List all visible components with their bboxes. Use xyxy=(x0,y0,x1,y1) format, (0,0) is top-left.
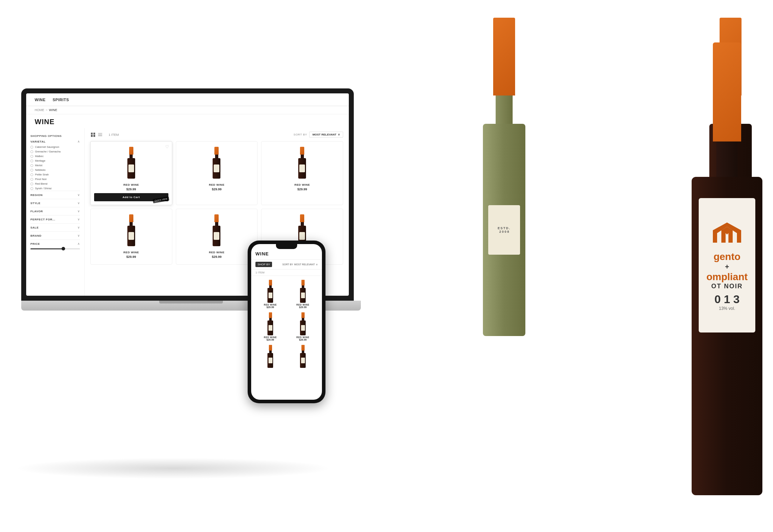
radio-grenache[interactable] xyxy=(30,150,33,153)
option-merlot[interactable]: Merlot xyxy=(30,163,80,168)
radio-petite-sirah[interactable] xyxy=(30,173,33,176)
mini-body-1 xyxy=(127,158,135,179)
mini-label-5 xyxy=(214,232,219,240)
breadcrumb-current: WINE xyxy=(49,108,57,112)
year-label-left: 2 0 0 8 xyxy=(499,230,509,233)
bottle-body-front: gento + ompliant OT NOIR 0 1 3 13% vol. xyxy=(692,177,762,495)
phone-mini-label-4 xyxy=(301,325,305,331)
label-red-blend: Red Blend xyxy=(35,182,47,185)
option-cabernet[interactable]: Cabernet Sauvignon xyxy=(30,145,80,149)
grid-view-button[interactable] xyxy=(90,132,96,138)
filter-brand[interactable]: BRAND ∨ xyxy=(30,231,80,239)
phone-sort-value: MOST RELEVANT xyxy=(294,263,315,266)
radio-meritage[interactable] xyxy=(30,160,33,162)
phone-product-price-3: $29.99 xyxy=(255,339,285,341)
filter-perfect-for[interactable]: PERFECT FOR... ∨ xyxy=(30,215,80,223)
item-count: 1 ITEM xyxy=(109,133,119,137)
phone-product-img-3 xyxy=(255,311,285,336)
bottle-vintage: 0 1 3 xyxy=(714,293,739,306)
phone-product-grid: RED WINE $29.99 RED WINE $2 xyxy=(251,276,322,344)
phone-product-name-3: RED WINE xyxy=(255,336,285,339)
phone-sort-chevron-icon: ∨ xyxy=(316,263,318,266)
breadcrumb-home[interactable]: HOME xyxy=(35,108,44,112)
phone-mini-cap-1 xyxy=(269,280,272,285)
label-cabernet: Cabernet Sauvignon xyxy=(35,145,59,149)
phone-mini-label-3 xyxy=(269,325,272,331)
chevron-down-flavor: ∨ xyxy=(77,209,80,213)
option-meritage[interactable]: Meritage xyxy=(30,158,80,163)
mini-label-4 xyxy=(128,232,134,240)
radio-merlot[interactable] xyxy=(30,164,33,167)
mini-cap-4 xyxy=(129,214,133,222)
label-meritage: Meritage xyxy=(35,159,45,162)
phone-mini-cap-6 xyxy=(301,345,305,351)
option-grenache[interactable]: Grenache / Garnacha xyxy=(30,149,80,154)
filter-style[interactable]: STYLE ∨ xyxy=(30,199,80,207)
phone-product-card-1: RED WINE $29.99 xyxy=(255,279,285,308)
wishlist-icon-1[interactable]: ♡ xyxy=(165,144,169,149)
breadcrumb: HOME > WINE xyxy=(26,106,349,114)
radio-syrah[interactable] xyxy=(30,187,33,190)
sort-label: SORT BY xyxy=(294,133,307,136)
mini-bottle-3 xyxy=(297,147,307,179)
phone-mini-neck-1 xyxy=(269,285,272,288)
option-pinot-noir[interactable]: Pinot Noir xyxy=(30,177,80,181)
label-syrah: Syrah / Shiraz xyxy=(35,187,52,190)
bottle-neck-front xyxy=(716,141,738,177)
phone-mini-neck-6 xyxy=(302,351,304,353)
brand-plus: + xyxy=(725,263,729,271)
bottle-front: gento + ompliant OT NOIR 0 1 3 13% vol. xyxy=(692,42,762,495)
radio-nebbiolo[interactable] xyxy=(30,169,33,172)
nav-item-wine[interactable]: WINE xyxy=(35,98,46,102)
price-slider-thumb[interactable] xyxy=(62,247,65,250)
phone-product-name-1: RED WINE xyxy=(255,303,285,306)
phone-mini-bottle-1 xyxy=(267,280,274,303)
bottle-label-front: gento + ompliant OT NOIR 0 1 3 13% vol. xyxy=(699,198,755,332)
radio-malbec[interactable] xyxy=(30,155,33,158)
phone-mini-bottle-4 xyxy=(299,312,306,335)
phone-sort-dropdown[interactable]: SORT BY MOST RELEVANT ∨ xyxy=(282,263,318,266)
phone-product-img-6 xyxy=(288,344,318,369)
phone-mini-body-1 xyxy=(267,288,273,303)
laptop-shadow xyxy=(14,458,333,479)
phone-mini-body-5 xyxy=(267,353,273,368)
mini-bottle-5 xyxy=(212,214,221,246)
list-view-button[interactable] xyxy=(97,132,103,138)
option-petite-sirah[interactable]: Petite Sirah xyxy=(30,172,80,177)
phone-product-price-2: $29.99 xyxy=(288,306,318,308)
label-merlot: Merlot xyxy=(35,164,42,167)
option-nebbiolo[interactable]: Nebbiolo xyxy=(30,168,80,172)
filter-region[interactable]: REGION ∨ xyxy=(30,191,80,199)
filter-region-title: REGION xyxy=(30,193,43,197)
phone-bottom-row xyxy=(251,344,322,369)
mini-body-2 xyxy=(213,158,220,179)
phone-product-img-5 xyxy=(255,344,285,369)
bottle-cap-left xyxy=(493,18,515,96)
phone-product-price-1: $29.99 xyxy=(255,306,285,308)
phone-shop-by-button[interactable]: SHOP BY xyxy=(255,262,272,267)
sort-dropdown[interactable]: MOST RELEVANT ∨ xyxy=(309,132,343,138)
filter-price: PRICE ∧ xyxy=(30,239,80,251)
filter-price-header[interactable]: PRICE ∧ xyxy=(30,242,80,245)
option-malbec[interactable]: Malbec xyxy=(30,154,80,158)
filter-sale[interactable]: SALE ∨ xyxy=(30,223,80,231)
radio-red-blend[interactable] xyxy=(30,183,33,185)
bottle-neck-left xyxy=(496,96,513,124)
varietal-options: Cabernet Sauvignon Grenache / Garnacha M… xyxy=(30,145,80,191)
mini-cap-3 xyxy=(300,147,304,155)
radio-cabernet[interactable] xyxy=(30,146,33,149)
phone-container: WINE SHOP BY SORT BY MOST RELEVANT ∨ 1 I… xyxy=(248,241,325,403)
mini-neck-5 xyxy=(215,222,218,226)
price-slider[interactable] xyxy=(30,248,80,249)
phone-mini-label-5 xyxy=(269,358,272,363)
phone-mini-neck-2 xyxy=(302,285,304,288)
chevron-down-sale: ∨ xyxy=(77,226,80,229)
radio-pinot-noir[interactable] xyxy=(30,178,33,181)
nav-item-spirits[interactable]: SPIRITS xyxy=(53,98,69,102)
filter-varietal-header[interactable]: VARIETAL ∧ xyxy=(30,140,80,143)
breadcrumb-separator: > xyxy=(46,108,47,112)
option-red-blend[interactable]: Red Blend xyxy=(30,181,80,186)
filter-flavor[interactable]: FLAVOR ∨ xyxy=(30,207,80,215)
option-syrah[interactable]: Syrah / Shiraz xyxy=(30,186,80,191)
phone-product-img-1 xyxy=(255,279,285,303)
